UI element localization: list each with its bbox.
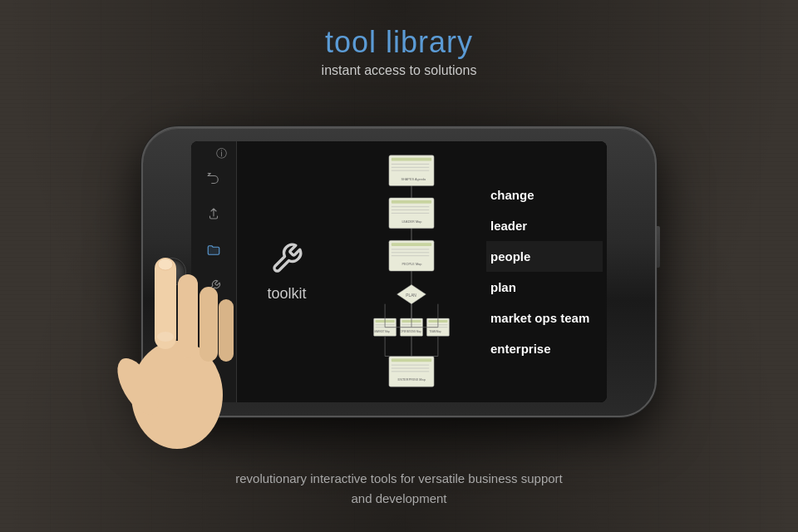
svg-text:LEADER Map: LEADER Map <box>401 220 421 224</box>
svg-text:SHAPES Agenda: SHAPES Agenda <box>401 178 426 181</box>
toolkit-wrench-icon <box>270 242 303 278</box>
phone-screen: ⓘ <box>191 141 607 402</box>
svg-rect-54 <box>200 287 218 362</box>
diagram-area: SHAPES Agenda LEADER Map <box>337 141 486 402</box>
menu-item-plan[interactable]: plan <box>486 272 603 303</box>
svg-rect-55 <box>219 299 234 362</box>
hand-pointer <box>98 233 248 449</box>
svg-rect-2 <box>392 158 431 161</box>
menu-item-enterprise[interactable]: enterprise <box>486 333 603 364</box>
svg-rect-8 <box>392 200 431 204</box>
share-icon[interactable] <box>201 201 226 226</box>
menu-item-people[interactable]: people <box>486 241 603 272</box>
diagram-svg: SHAPES Agenda LEADER Map <box>370 151 453 392</box>
svg-rect-38 <box>392 358 431 362</box>
svg-text:PEOPLE Map: PEOPLE Map <box>401 263 421 266</box>
menu-item-change[interactable]: change <box>486 180 603 210</box>
menu-list: changeleaderpeopleplanmarket ops teament… <box>486 141 607 402</box>
svg-text:PLAN: PLAN <box>406 293 416 298</box>
svg-rect-14 <box>392 243 431 246</box>
svg-rect-53 <box>178 274 198 357</box>
toolkit-area: toolkit <box>237 141 337 402</box>
page-title: tool library <box>0 25 798 60</box>
page-subtitle: instant access to solutions <box>0 63 798 78</box>
phone-power-button <box>657 226 660 268</box>
svg-text:MARKET Map: MARKET Map <box>375 330 391 333</box>
toolkit-label: toolkit <box>267 285 306 303</box>
header: tool library instant access to solutions <box>0 25 798 78</box>
app-content: toolkit SHAPES Agenda <box>237 141 607 402</box>
undo-icon[interactable] <box>201 165 226 190</box>
menu-item-leader[interactable]: leader <box>486 210 603 241</box>
svg-text:ENTERPRISE Map: ENTERPRISE Map <box>398 378 426 382</box>
info-icon[interactable]: ⓘ <box>216 146 227 161</box>
footer: revolutionary interactive tools for vers… <box>0 469 798 509</box>
svg-text:OPERATIONS Map: OPERATIONS Map <box>400 330 421 333</box>
footer-text: revolutionary interactive tools for vers… <box>0 469 798 509</box>
svg-point-57 <box>158 259 173 270</box>
svg-text:TEAM Map: TEAM Map <box>429 330 441 333</box>
menu-item-market-ops-team[interactable]: market ops team <box>486 303 603 333</box>
svg-point-56 <box>157 332 174 342</box>
